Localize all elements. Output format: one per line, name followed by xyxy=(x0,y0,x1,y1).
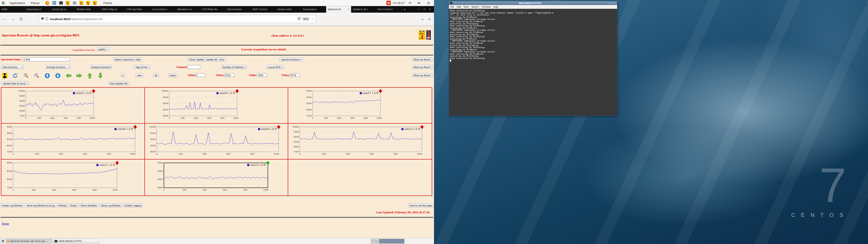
gallery-cell-aida13[interactable]: 750080008500900002004006008001000aida13 … xyxy=(1,159,145,195)
spectra-functions-dropdown[interactable]: Spectra functions▾ xyxy=(280,57,303,61)
gallery-cell-aida09[interactable]: 80008500900095001000002004006008001000ai… xyxy=(145,124,288,159)
window-minimize-button[interactable]: – xyxy=(418,8,420,11)
arrow-up-icon[interactable] xyxy=(86,72,93,79)
acq-server-select[interactable]: aida01▾ xyxy=(97,47,109,51)
gallery-marker-red-diamond[interactable] xyxy=(116,161,119,165)
radiation-icon[interactable] xyxy=(1,72,8,79)
midas-launcher-icon[interactable]: Mi xyxy=(92,0,97,5)
tab-spectrum-b[interactable]: Spectrum B× xyxy=(326,6,351,13)
input-method-icon[interactable]: ? xyxy=(408,0,413,5)
url-bar[interactable]: localhost:8015/Spectrum/Spectrum.tml 80%… xyxy=(39,15,316,23)
gallery-cell-aida07[interactable]: 7500800085009000950002004006008001000aid… xyxy=(288,88,432,124)
menu-applications[interactable]: Applications xyxy=(7,0,28,6)
what-are-these-button-2[interactable]: What are these? xyxy=(412,65,432,69)
spectrum-chart[interactable]: 800085009000950002004006008001000aida14 … xyxy=(154,161,271,191)
tab-led-and-wav[interactable]: LED and Wav xyxy=(125,6,151,13)
window-restore-button[interactable]: □ xyxy=(424,8,425,11)
workspace-2[interactable] xyxy=(379,239,388,243)
gallery-cell-aida10[interactable]: 7500800085009000950010000020040060080010… xyxy=(288,124,432,159)
show-log-window-button[interactable]: Show Log Window xyxy=(99,203,122,207)
midas-logo[interactable]: Midas xyxy=(418,30,426,41)
gallery-cell-aida04[interactable]: 80008500900095001000002004006008001000ai… xyxy=(145,88,288,124)
tab-temperature[interactable]: Temperature xyxy=(301,6,326,13)
workspace-4[interactable] xyxy=(396,239,404,243)
midas-launcher-icon[interactable]: Mi xyxy=(65,0,70,5)
midas-launcher-icon[interactable]: Mi xyxy=(86,0,91,5)
workspace-switcher[interactable] xyxy=(371,239,404,244)
ymin-input[interactable] xyxy=(257,73,267,77)
gallery-marker-green-diamond[interactable] xyxy=(266,161,270,165)
bookmark-star-icon[interactable]: ☆ xyxy=(311,17,314,21)
linear-button[interactable]: linear xyxy=(168,73,178,77)
spectrum-chart[interactable]: 7500800085009000950002004006008001000aid… xyxy=(3,125,138,156)
shield-icon[interactable] xyxy=(41,17,44,21)
terminal-menu-terminal[interactable]: Terminal xyxy=(480,5,492,8)
number-of-galleries-dropdown[interactable]: Number of Galleries▾ xyxy=(221,65,247,69)
tab-lost-activity-n[interactable]: Lost activity n xyxy=(151,6,176,13)
forward-button[interactable]: → xyxy=(9,16,16,22)
terminal-menu-edit[interactable]: Edit xyxy=(456,5,462,8)
arrow-left-icon[interactable] xyxy=(65,72,72,79)
overflow-chevron-icon[interactable]: » xyxy=(422,17,423,21)
analysis-functions-dropdown[interactable]: Analysis functions▾ xyxy=(90,65,112,69)
volume-muted-icon[interactable]: x xyxy=(417,0,422,5)
spectrum-chart[interactable]: 750080008500900002004006008001000aida13 … xyxy=(3,161,120,191)
gallery-marker-red-diamond[interactable] xyxy=(379,89,382,93)
select-spectrum-dropdown[interactable]: Select a spectrum▾ xyxy=(113,57,137,61)
tags-fits-dropdown[interactable]: Tags & Fits▾ xyxy=(134,65,151,69)
layout-id-dropdown[interactable]: Layout ID=8▾ xyxy=(266,65,284,69)
zero-button[interactable]: Zero xyxy=(218,57,226,61)
tab-fadc-align[interactable]: FADC Align & xyxy=(100,6,125,13)
spectrum-chart[interactable]: 80008500900095001000002004006008001000ai… xyxy=(159,89,240,120)
gallery-marker-red-diamond[interactable] xyxy=(133,125,137,129)
gallery-marker-red-diamond[interactable] xyxy=(92,89,95,93)
update-all-button[interactable]: Update All xyxy=(205,57,219,61)
arrow-right-icon[interactable] xyxy=(76,72,83,79)
workspace-1[interactable] xyxy=(371,239,379,243)
gallery-marker-red-diamond[interactable] xyxy=(421,125,424,129)
spectrum-chart[interactable]: 7500800085009000950002004006008001000aid… xyxy=(303,89,383,120)
gallery-cell-aida08[interactable]: 7500800085009000950002004006008001000aid… xyxy=(1,124,145,159)
view-functions-dropdown[interactable]: View functions▾ xyxy=(1,65,24,69)
spectrum-name-input[interactable] xyxy=(23,57,70,61)
page-info-icon[interactable] xyxy=(46,17,49,21)
files-launcher-icon[interactable] xyxy=(52,0,57,5)
spectrum-chart[interactable]: 80008500900095001000002004006008001000ai… xyxy=(147,125,281,156)
tab-control-ca[interactable]: Control @ ca xyxy=(50,6,75,13)
terminal-menu-file[interactable]: File xyxy=(449,5,456,8)
what-are-these-button-3[interactable]: What are these? xyxy=(412,73,432,77)
zoom-out-icon[interactable] xyxy=(33,72,40,79)
enable-logging-button[interactable]: Enable Logging xyxy=(123,203,143,207)
taskbar-item-terminal[interactable]: >_AIDA MIDAS HTTPd xyxy=(53,239,99,244)
tab-discriminator[interactable]: Discriminator xyxy=(226,6,251,13)
multi-button[interactable]: multi xyxy=(134,57,142,61)
terminal-close-button[interactable]: × xyxy=(613,2,616,4)
xmin-input[interactable] xyxy=(195,73,205,77)
firefox-launcher-icon[interactable] xyxy=(45,0,50,5)
update-button[interactable]: Update xyxy=(195,57,206,61)
tab-asic-control[interactable]: ASIC Control xyxy=(251,6,276,13)
new-button[interactable]: new xyxy=(135,73,143,77)
zoom-level-chip[interactable]: 80% xyxy=(302,17,309,21)
arrange-functions-dropdown[interactable]: Arrange functions▾ xyxy=(45,65,70,69)
midas-launcher-icon[interactable]: Mi xyxy=(79,0,84,5)
empty-log-window-button[interactable]: Empty Log Window xyxy=(0,203,24,207)
tab-gsi-white-ra[interactable]: GSI White Ra xyxy=(201,6,226,13)
how-to-use-button[interactable]: How to use this page xyxy=(408,203,434,207)
send-log-window-to-elog-button[interactable]: Send Log Window to ELog xyxy=(25,203,56,207)
update-rate-dropdown[interactable]: Update Rate (8 secs)▾ xyxy=(1,81,29,85)
taskbar-item-firefox[interactable]: Spectrum Browser @ carme-gsi — ... xyxy=(6,239,52,244)
what-are-these-button-1[interactable]: What are these? xyxy=(412,57,432,61)
gallery-marker-red-diamond[interactable] xyxy=(277,125,280,129)
menu-places[interactable]: Places xyxy=(28,0,42,6)
auto-update-button[interactable]: Auto Update ON xyxy=(108,81,129,85)
tab-waveform-ca[interactable]: Waveform ca xyxy=(176,6,201,13)
terminal-menu-help[interactable]: Help xyxy=(492,5,500,8)
tab-close-icon[interactable]: × xyxy=(347,8,349,11)
channel-input[interactable] xyxy=(187,65,200,69)
tab-experiment-c[interactable]: Experiment C xyxy=(25,6,50,13)
gallery-marker-red-diamond[interactable] xyxy=(236,89,239,93)
tab-run-control[interactable]: Run Control ( xyxy=(376,6,401,13)
terminal-output[interactable]: done executing do_PostSetup loading Spec… xyxy=(449,9,617,116)
home-link[interactable]: Home xyxy=(2,222,9,225)
